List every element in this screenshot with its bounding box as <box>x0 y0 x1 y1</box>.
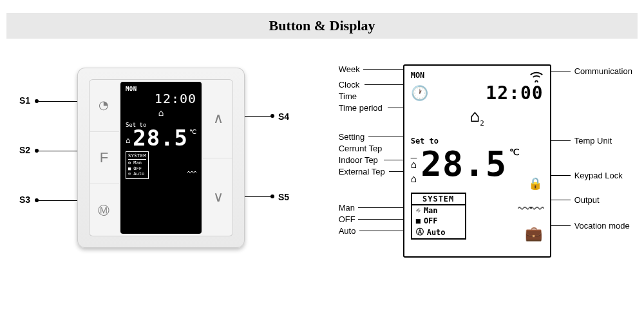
system-man: ⚙ Man <box>128 160 146 166</box>
callout-line <box>551 71 571 71</box>
auto-mode-icon: Ⓐ <box>416 227 424 238</box>
dot <box>270 194 274 198</box>
wifi-icon <box>529 71 544 84</box>
lcd-enlarged: MON 🕐 12:00 ⌂2 Set to ⌂ ⌂ 28.5 ℃ 🔒 <box>403 64 551 258</box>
system-man: Man <box>424 206 438 215</box>
callout-line <box>551 140 571 141</box>
system-auto: Auto <box>427 228 446 237</box>
lcd-week: MON <box>411 71 544 80</box>
title-bar: Button & Display <box>6 13 638 39</box>
callout-line <box>363 69 404 70</box>
legend-week: Week <box>339 64 360 74</box>
lcd-time: 12:00 <box>126 91 196 106</box>
lcd-display: MON 12:00 ⌂ Set to ⌂ 28.5 ℃ SYSTEM ⚙ Man… <box>120 82 202 234</box>
label-s4: S4 <box>278 111 289 122</box>
label-s5: S5 <box>278 192 289 202</box>
clock-icon: 🕐 <box>411 85 428 101</box>
callout-line <box>551 175 571 176</box>
legend-time-period: Time period <box>339 103 383 113</box>
heat-output-icon: 〰 <box>187 167 196 178</box>
left-button-column: ◔ F Ⓜ <box>89 79 119 236</box>
system-auto: ⊙ Auto <box>128 171 146 177</box>
man-mode-icon: ☼ <box>416 206 421 215</box>
legend-off: OFF <box>339 214 355 224</box>
lcd-time: 12:00 <box>486 82 543 104</box>
legend-auto: Auto <box>339 226 356 236</box>
callout-line <box>358 207 408 208</box>
label-s3: S3 <box>19 194 30 205</box>
external-icon: ⌂ <box>411 173 417 185</box>
lcd-temperature: 28.5 <box>133 127 188 149</box>
device-diagram: S1 S2 S3 S4 S5 ◔ F Ⓜ MON 12:00 <box>19 58 294 277</box>
up-button[interactable]: ∧ <box>203 79 233 158</box>
period-number: 2 <box>480 119 484 128</box>
legend-clock: Clock <box>339 80 360 90</box>
lock-icon: 🔒 <box>528 176 542 190</box>
legend-man: Man <box>339 203 355 213</box>
label-s2: S2 <box>19 145 30 155</box>
indoor-icon: ⌂ <box>126 136 130 145</box>
legend-temp-unit: Temp Unit <box>574 136 612 146</box>
callout-line <box>551 200 571 200</box>
legend-communication: Communication <box>574 66 632 76</box>
legend-keypad-lock: Keypad Lock <box>574 171 623 180</box>
lcd-temp-unit: ℃ <box>189 128 196 135</box>
system-off: ■ OFF <box>128 166 146 172</box>
legend-output: Output <box>574 195 600 205</box>
off-mode-icon: ■ <box>416 216 421 225</box>
callout-line <box>368 137 407 137</box>
legend-vocation-mode: Vocation mode <box>574 221 630 231</box>
label-s1: S1 <box>19 95 30 106</box>
legend-current-tep: Cerrunt Tep <box>339 144 383 153</box>
page-title: Button & Display <box>6 17 638 34</box>
down-button[interactable]: ∨ <box>203 158 233 237</box>
heat-output-icon: 〰〰 <box>518 201 542 217</box>
legend-setting: Setting <box>339 132 365 142</box>
thermostat-device: ◔ F Ⓜ MON 12:00 ⌂ Set to ⌂ 28.5 ℃ <box>77 68 245 248</box>
system-box: SYSTEM ⚙ Man ■ OFF ⊙ Auto <box>126 151 149 179</box>
system-box: SYSTEM ☼Man ■OFF ⒶAuto <box>411 193 466 240</box>
f-button[interactable]: F <box>89 132 119 185</box>
lcd-temp-unit: ℃ <box>509 147 520 157</box>
lcd-temperature: 28.5 <box>421 147 507 182</box>
briefcase-icon: 💼 <box>525 225 542 242</box>
legend-external-tep: External Tep <box>339 167 385 176</box>
house-icon: ⌂ <box>470 106 480 126</box>
callout-line <box>358 219 408 220</box>
lcd-legend-diagram: Week Clock Time Time period Setting Cerr… <box>326 58 625 277</box>
dot <box>270 114 274 118</box>
right-button-column: ∧ ∨ <box>203 79 233 236</box>
clock-button[interactable]: ◔ <box>89 79 119 132</box>
mode-button[interactable]: Ⓜ <box>89 184 119 236</box>
legend-indoor-tep: Indoor Tep <box>339 155 378 165</box>
system-header: SYSTEM <box>128 153 146 160</box>
legend-time: Time <box>339 91 357 101</box>
indoor-icon: ⌂ <box>411 158 417 171</box>
time-period-icon: ⌂ <box>126 108 196 118</box>
system-off: OFF <box>424 216 438 225</box>
callout-line <box>551 225 571 226</box>
time-period-icon: ⌂2 <box>411 106 544 128</box>
callout-line <box>359 231 408 231</box>
system-header: SYSTEM <box>412 194 465 205</box>
